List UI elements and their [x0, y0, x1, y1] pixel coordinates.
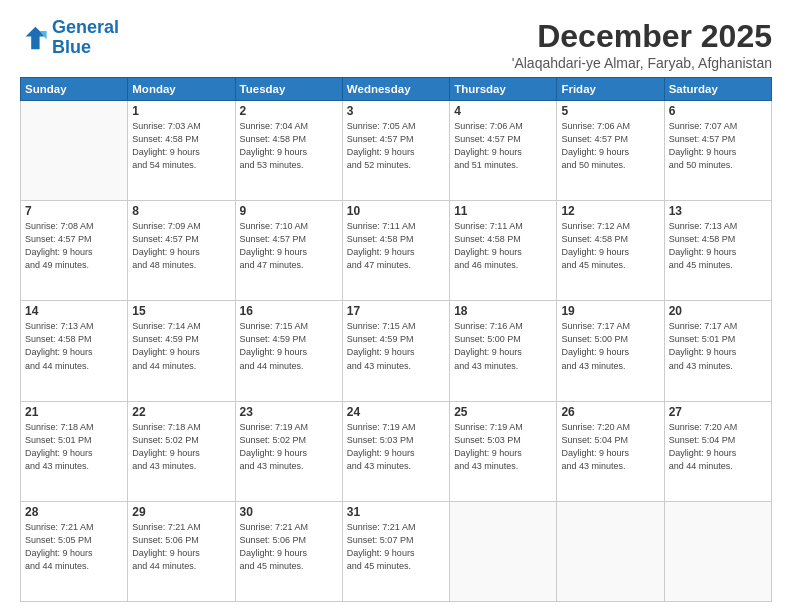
calendar-cell: 10Sunrise: 7:11 AM Sunset: 4:58 PM Dayli… — [342, 201, 449, 301]
header-monday: Monday — [128, 78, 235, 101]
day-info: Sunrise: 7:04 AM Sunset: 4:58 PM Dayligh… — [240, 120, 338, 172]
day-number: 28 — [25, 505, 123, 519]
day-info: Sunrise: 7:06 AM Sunset: 4:57 PM Dayligh… — [561, 120, 659, 172]
header-wednesday: Wednesday — [342, 78, 449, 101]
day-info: Sunrise: 7:13 AM Sunset: 4:58 PM Dayligh… — [669, 220, 767, 272]
day-info: Sunrise: 7:13 AM Sunset: 4:58 PM Dayligh… — [25, 320, 123, 372]
calendar-cell: 27Sunrise: 7:20 AM Sunset: 5:04 PM Dayli… — [664, 401, 771, 501]
calendar-cell: 15Sunrise: 7:14 AM Sunset: 4:59 PM Dayli… — [128, 301, 235, 401]
day-number: 20 — [669, 304, 767, 318]
day-number: 12 — [561, 204, 659, 218]
logo-line1: General — [52, 17, 119, 37]
day-info: Sunrise: 7:09 AM Sunset: 4:57 PM Dayligh… — [132, 220, 230, 272]
day-number: 2 — [240, 104, 338, 118]
header-friday: Friday — [557, 78, 664, 101]
day-number: 6 — [669, 104, 767, 118]
day-info: Sunrise: 7:20 AM Sunset: 5:04 PM Dayligh… — [561, 421, 659, 473]
calendar-week-row: 21Sunrise: 7:18 AM Sunset: 5:01 PM Dayli… — [21, 401, 772, 501]
day-info: Sunrise: 7:11 AM Sunset: 4:58 PM Dayligh… — [347, 220, 445, 272]
day-number: 4 — [454, 104, 552, 118]
day-info: Sunrise: 7:07 AM Sunset: 4:57 PM Dayligh… — [669, 120, 767, 172]
calendar-cell — [450, 501, 557, 601]
day-info: Sunrise: 7:18 AM Sunset: 5:01 PM Dayligh… — [25, 421, 123, 473]
day-info: Sunrise: 7:11 AM Sunset: 4:58 PM Dayligh… — [454, 220, 552, 272]
calendar-cell — [557, 501, 664, 601]
day-number: 17 — [347, 304, 445, 318]
calendar-cell: 8Sunrise: 7:09 AM Sunset: 4:57 PM Daylig… — [128, 201, 235, 301]
header-saturday: Saturday — [664, 78, 771, 101]
day-number: 7 — [25, 204, 123, 218]
day-info: Sunrise: 7:18 AM Sunset: 5:02 PM Dayligh… — [132, 421, 230, 473]
day-info: Sunrise: 7:15 AM Sunset: 4:59 PM Dayligh… — [347, 320, 445, 372]
calendar-cell: 26Sunrise: 7:20 AM Sunset: 5:04 PM Dayli… — [557, 401, 664, 501]
calendar-cell: 13Sunrise: 7:13 AM Sunset: 4:58 PM Dayli… — [664, 201, 771, 301]
calendar-week-row: 7Sunrise: 7:08 AM Sunset: 4:57 PM Daylig… — [21, 201, 772, 301]
day-info: Sunrise: 7:21 AM Sunset: 5:06 PM Dayligh… — [132, 521, 230, 573]
day-number: 1 — [132, 104, 230, 118]
day-info: Sunrise: 7:14 AM Sunset: 4:59 PM Dayligh… — [132, 320, 230, 372]
calendar-cell: 4Sunrise: 7:06 AM Sunset: 4:57 PM Daylig… — [450, 101, 557, 201]
day-number: 13 — [669, 204, 767, 218]
day-number: 9 — [240, 204, 338, 218]
page: General Blue December 2025 'Alaqahdari-y… — [0, 0, 792, 612]
day-number: 24 — [347, 405, 445, 419]
day-info: Sunrise: 7:19 AM Sunset: 5:03 PM Dayligh… — [454, 421, 552, 473]
day-info: Sunrise: 7:15 AM Sunset: 4:59 PM Dayligh… — [240, 320, 338, 372]
calendar-cell: 7Sunrise: 7:08 AM Sunset: 4:57 PM Daylig… — [21, 201, 128, 301]
calendar-cell: 19Sunrise: 7:17 AM Sunset: 5:00 PM Dayli… — [557, 301, 664, 401]
calendar-cell: 9Sunrise: 7:10 AM Sunset: 4:57 PM Daylig… — [235, 201, 342, 301]
calendar-week-row: 14Sunrise: 7:13 AM Sunset: 4:58 PM Dayli… — [21, 301, 772, 401]
day-info: Sunrise: 7:21 AM Sunset: 5:05 PM Dayligh… — [25, 521, 123, 573]
day-number: 3 — [347, 104, 445, 118]
day-info: Sunrise: 7:19 AM Sunset: 5:03 PM Dayligh… — [347, 421, 445, 473]
logo-area: General Blue — [20, 18, 119, 58]
day-info: Sunrise: 7:17 AM Sunset: 5:01 PM Dayligh… — [669, 320, 767, 372]
day-info: Sunrise: 7:19 AM Sunset: 5:02 PM Dayligh… — [240, 421, 338, 473]
calendar-cell: 28Sunrise: 7:21 AM Sunset: 5:05 PM Dayli… — [21, 501, 128, 601]
day-info: Sunrise: 7:12 AM Sunset: 4:58 PM Dayligh… — [561, 220, 659, 272]
title-area: December 2025 'Alaqahdari-ye Almar, Fary… — [512, 18, 772, 71]
day-info: Sunrise: 7:08 AM Sunset: 4:57 PM Dayligh… — [25, 220, 123, 272]
day-number: 31 — [347, 505, 445, 519]
day-number: 25 — [454, 405, 552, 419]
calendar-table: Sunday Monday Tuesday Wednesday Thursday… — [20, 77, 772, 602]
calendar-cell: 14Sunrise: 7:13 AM Sunset: 4:58 PM Dayli… — [21, 301, 128, 401]
calendar-cell: 18Sunrise: 7:16 AM Sunset: 5:00 PM Dayli… — [450, 301, 557, 401]
day-number: 18 — [454, 304, 552, 318]
day-number: 29 — [132, 505, 230, 519]
day-number: 11 — [454, 204, 552, 218]
day-info: Sunrise: 7:17 AM Sunset: 5:00 PM Dayligh… — [561, 320, 659, 372]
calendar-cell: 6Sunrise: 7:07 AM Sunset: 4:57 PM Daylig… — [664, 101, 771, 201]
day-number: 26 — [561, 405, 659, 419]
calendar-cell: 21Sunrise: 7:18 AM Sunset: 5:01 PM Dayli… — [21, 401, 128, 501]
calendar-cell: 1Sunrise: 7:03 AM Sunset: 4:58 PM Daylig… — [128, 101, 235, 201]
day-number: 10 — [347, 204, 445, 218]
day-number: 21 — [25, 405, 123, 419]
header-sunday: Sunday — [21, 78, 128, 101]
logo-icon — [20, 24, 48, 52]
day-number: 22 — [132, 405, 230, 419]
calendar-header-row: Sunday Monday Tuesday Wednesday Thursday… — [21, 78, 772, 101]
day-info: Sunrise: 7:05 AM Sunset: 4:57 PM Dayligh… — [347, 120, 445, 172]
day-number: 19 — [561, 304, 659, 318]
calendar-cell: 22Sunrise: 7:18 AM Sunset: 5:02 PM Dayli… — [128, 401, 235, 501]
calendar-cell: 17Sunrise: 7:15 AM Sunset: 4:59 PM Dayli… — [342, 301, 449, 401]
day-number: 5 — [561, 104, 659, 118]
header-thursday: Thursday — [450, 78, 557, 101]
day-info: Sunrise: 7:21 AM Sunset: 5:07 PM Dayligh… — [347, 521, 445, 573]
day-info: Sunrise: 7:21 AM Sunset: 5:06 PM Dayligh… — [240, 521, 338, 573]
calendar-cell: 30Sunrise: 7:21 AM Sunset: 5:06 PM Dayli… — [235, 501, 342, 601]
calendar-cell: 25Sunrise: 7:19 AM Sunset: 5:03 PM Dayli… — [450, 401, 557, 501]
calendar-cell: 2Sunrise: 7:04 AM Sunset: 4:58 PM Daylig… — [235, 101, 342, 201]
calendar-cell: 24Sunrise: 7:19 AM Sunset: 5:03 PM Dayli… — [342, 401, 449, 501]
month-title: December 2025 — [512, 18, 772, 55]
day-info: Sunrise: 7:16 AM Sunset: 5:00 PM Dayligh… — [454, 320, 552, 372]
day-info: Sunrise: 7:10 AM Sunset: 4:57 PM Dayligh… — [240, 220, 338, 272]
day-number: 14 — [25, 304, 123, 318]
day-info: Sunrise: 7:20 AM Sunset: 5:04 PM Dayligh… — [669, 421, 767, 473]
day-number: 30 — [240, 505, 338, 519]
day-number: 16 — [240, 304, 338, 318]
day-number: 15 — [132, 304, 230, 318]
calendar-cell: 11Sunrise: 7:11 AM Sunset: 4:58 PM Dayli… — [450, 201, 557, 301]
calendar-week-row: 1Sunrise: 7:03 AM Sunset: 4:58 PM Daylig… — [21, 101, 772, 201]
